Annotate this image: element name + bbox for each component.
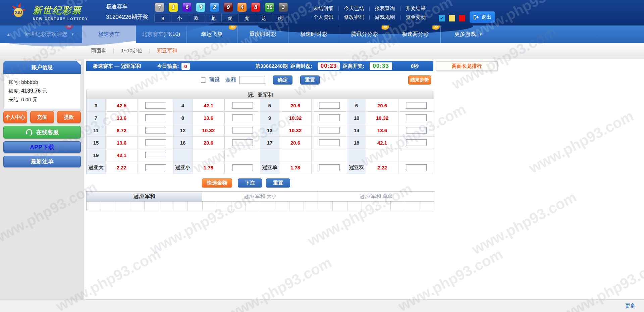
odds-group-label: 13 <box>260 124 279 136</box>
odds-table-row: 118.721210.321310.321413.6 <box>87 124 434 137</box>
reset-bets-button[interactable]: 重置 <box>266 178 290 188</box>
preset-checkbox[interactable] <box>201 77 206 83</box>
draw-countdown-label: 距离开奖: <box>342 63 364 69</box>
results-empty-cell <box>405 202 420 211</box>
bet-amount-input[interactable] <box>145 152 166 158</box>
result-attribute-cell: 8 <box>154 14 171 22</box>
odds-table-row: 713.6813.6910.321010.32 <box>87 112 434 124</box>
results-empty-cell <box>347 202 362 211</box>
bet-amount-input[interactable] <box>145 102 166 109</box>
bet-input-cell <box>398 124 434 136</box>
header-links: 未结明细今天已结报表查询开奖结果 个人资讯修改密码游戏规则资金变动 <box>313 4 426 21</box>
results-empty-cell <box>173 202 188 211</box>
ball-number: 1 <box>172 4 175 10</box>
account-number-line: 账号: bbbbbb <box>8 78 76 87</box>
bet-amount-input[interactable] <box>319 114 340 121</box>
bet-amount-input[interactable] <box>406 102 427 109</box>
two-sided-rank-button[interactable]: 两面长龙排行 <box>436 61 498 71</box>
odds-table: 冠、亚军和 342.5442.1520.6620.6713.6813.6910.… <box>86 90 434 174</box>
bet-amount-input[interactable] <box>406 127 427 134</box>
lottery-ball: 2 <box>210 3 219 12</box>
tab-4[interactable]: 重庆时时彩 <box>237 25 288 43</box>
lottery-ball: 10 <box>265 3 274 12</box>
today-winloss-value: 0 <box>181 63 190 70</box>
sidebar-quick-button[interactable]: 充值 <box>30 111 54 123</box>
bet-input-cell <box>225 161 260 174</box>
header-link[interactable]: 今天已结 <box>333 5 364 12</box>
odds-group-label: 冠亚大 <box>87 161 106 174</box>
odds-table-row: 1513.61620.61720.61842.1 <box>87 137 434 149</box>
more-link[interactable]: 更多 <box>625 303 635 309</box>
online-service-button[interactable]: 在线客服 <box>3 126 81 139</box>
bet-input-cell <box>138 99 173 111</box>
tab-7[interactable]: 极速两分彩热 <box>390 25 440 43</box>
header-link[interactable]: 个人资讯 <box>313 14 333 20</box>
header-link[interactable]: 游戏规则 <box>364 14 395 20</box>
ball-number: 8 <box>254 4 257 10</box>
bet-amount-input[interactable] <box>232 114 253 121</box>
bet-amount-input[interactable] <box>232 164 253 171</box>
bet-amount-input[interactable] <box>232 127 253 134</box>
odds-group-label: 15 <box>87 137 106 149</box>
bet-amount-input[interactable] <box>406 164 427 171</box>
tab-6[interactable]: 腾讯分分彩热 <box>339 25 390 43</box>
app-download-button[interactable]: APP下载 <box>3 141 81 153</box>
header-link[interactable]: 报表查询 <box>364 5 395 12</box>
preset-amount-input[interactable] <box>239 76 265 84</box>
odds-value: 10.32 <box>366 112 398 124</box>
bet-input-cell <box>225 137 260 149</box>
logout-button[interactable]: 退出 <box>470 11 495 23</box>
tab-5[interactable]: 极速时时彩 <box>288 25 339 43</box>
odds-group-label: 冠亚小 <box>173 161 193 174</box>
results-empty-cell <box>289 202 304 211</box>
bet-amount-input[interactable] <box>319 139 340 146</box>
subnav-item[interactable]: 1~10定位 <box>106 48 143 54</box>
bet-input-cell <box>225 149 260 161</box>
bet-amount-input[interactable] <box>232 102 253 109</box>
result-trend-button[interactable]: 结果走势 <box>408 75 431 85</box>
header-links-row2: 个人资讯修改密码游戏规则资金变动 <box>313 13 426 21</box>
ball-number: 9 <box>227 4 230 10</box>
header-link[interactable]: 未结明细 <box>313 5 333 12</box>
header-link[interactable]: 修改密码 <box>333 14 364 20</box>
theme-swatch-red[interactable] <box>459 15 465 21</box>
bet-amount-input[interactable] <box>319 164 340 171</box>
results-header-cell: 冠,亚军和 单双 <box>318 192 434 201</box>
odds-value: 20.6 <box>279 137 312 149</box>
result-balls: 71652948103 <box>155 3 288 12</box>
ball-number: 3 <box>282 4 285 10</box>
odds-group-label: 19 <box>87 149 106 161</box>
reset-button[interactable]: 重置 <box>300 75 320 85</box>
odds-group-label: 3 <box>87 99 106 111</box>
bet-amount-input[interactable] <box>319 102 340 109</box>
results-empty-cell <box>333 202 347 211</box>
confirm-button[interactable]: 确定 <box>273 75 292 85</box>
bet-amount-input[interactable] <box>145 127 166 134</box>
header-link[interactable]: 开奖结果 <box>395 5 426 12</box>
bet-amount-input[interactable] <box>319 127 340 134</box>
sidebar-quick-button[interactable]: 个人中心 <box>3 111 27 123</box>
bet-input-cell <box>138 124 173 136</box>
sidebar-quick-button[interactable]: 提款 <box>57 111 81 123</box>
bet-amount-input[interactable] <box>145 164 166 171</box>
subnav-item[interactable]: 两面盘 <box>91 48 106 54</box>
quick-amount-button[interactable]: 快选金额 <box>202 178 232 188</box>
bet-amount-input[interactable] <box>145 114 166 121</box>
bet-amount-input[interactable] <box>232 139 253 146</box>
place-bet-button[interactable]: 下注 <box>238 178 262 188</box>
subnav-item[interactable]: 冠亚军和 <box>143 48 177 54</box>
bet-amount-input[interactable] <box>145 139 166 146</box>
results-empty-cell <box>217 202 231 211</box>
bet-action-buttons: 快选金额 下注 重置 <box>86 178 434 188</box>
lottery-ball: 9 <box>224 3 233 12</box>
results-empty-cell <box>318 202 333 211</box>
header-links-row1: 未结明细今天已结报表查询开奖结果 <box>313 4 426 13</box>
theme-swatch-yellow[interactable] <box>449 15 455 21</box>
tab-8[interactable]: 更多游戏▼ <box>440 25 496 43</box>
odds-group-label: 10 <box>347 112 366 124</box>
bet-amount-input[interactable] <box>406 139 427 146</box>
header-link[interactable]: 资金变动 <box>395 14 426 20</box>
theme-swatch-blue[interactable]: ✔ <box>439 15 445 21</box>
latest-orders-button[interactable]: 最新注单 <box>3 156 81 167</box>
bet-amount-input[interactable] <box>406 114 427 121</box>
